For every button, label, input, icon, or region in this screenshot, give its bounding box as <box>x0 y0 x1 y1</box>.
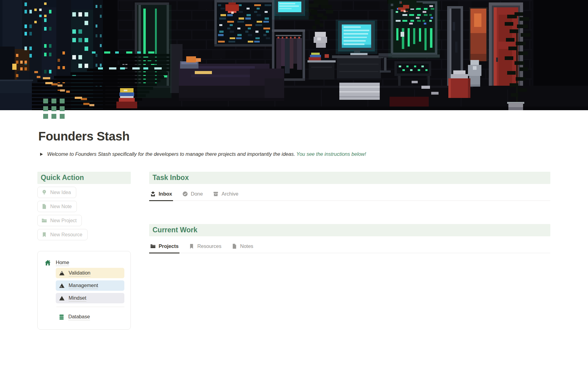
tab-done[interactable]: Done <box>181 189 204 201</box>
bookmark-icon <box>189 243 194 249</box>
mountain-dot-icon <box>59 283 65 289</box>
home-icon <box>44 259 51 266</box>
task-inbox-tabs: Inbox Done Archive <box>149 189 550 201</box>
management-link[interactable]: Management <box>56 280 124 291</box>
toggle-arrow-icon[interactable] <box>40 153 43 156</box>
archive-icon <box>213 191 219 197</box>
bookmark-icon <box>41 232 47 238</box>
tab-archive[interactable]: Archive <box>212 189 239 201</box>
new-note-button[interactable]: New Note <box>37 201 77 212</box>
validation-link[interactable]: Validation <box>56 268 124 278</box>
lightbulb-icon <box>41 189 47 195</box>
current-work-heading: Current Work <box>149 224 550 236</box>
tab-inbox[interactable]: Inbox <box>149 189 173 201</box>
mountain-snow-icon <box>59 270 65 276</box>
right-column: Task Inbox Inbox Done Archive Current Wo… <box>149 172 550 253</box>
folder-icon <box>41 218 47 223</box>
new-idea-button[interactable]: New Idea <box>37 187 76 198</box>
new-project-button[interactable]: New Project <box>37 215 82 226</box>
database-icon <box>58 314 65 320</box>
intro-text: Welcome to Founders Stash specifically f… <box>47 151 366 157</box>
home-link[interactable]: Home <box>44 259 124 266</box>
mindset-link[interactable]: Mindset <box>56 293 124 303</box>
tab-projects[interactable]: Projects <box>149 241 179 253</box>
left-column: Quick Action New Idea New Note New Proje… <box>37 172 131 330</box>
new-resource-button[interactable]: New Resource <box>37 229 88 240</box>
database-link[interactable]: Database <box>56 313 124 320</box>
instructions-link[interactable]: You see the instructions below! <box>296 151 366 157</box>
task-inbox-heading: Task Inbox <box>149 172 550 184</box>
current-work-tabs: Projects Resources Notes <box>149 241 550 253</box>
page-icon-green-grid[interactable] <box>43 99 65 119</box>
note-icon <box>41 204 47 209</box>
quick-action-heading: Quick Action <box>37 172 131 184</box>
triangle-icon <box>59 295 65 301</box>
tab-resources[interactable]: Resources <box>188 241 222 253</box>
note-icon <box>232 243 237 249</box>
banner-image <box>0 0 588 110</box>
tab-notes[interactable]: Notes <box>231 241 254 253</box>
check-circle-icon <box>182 191 188 197</box>
home-card: Home Validation Management Mindset Datab… <box>37 251 131 330</box>
inbox-icon <box>150 191 156 197</box>
page-title: Founders Stash <box>38 129 130 143</box>
home-card-items: Validation Management Mindset Database <box>56 268 124 320</box>
folder-icon <box>150 243 156 249</box>
quick-action-buttons: New Idea New Note New Project New Resour… <box>37 187 131 240</box>
banner-pixel-art <box>0 0 588 110</box>
card-divider <box>56 307 124 307</box>
intro-toggle-block: Welcome to Founders Stash specifically f… <box>40 151 366 157</box>
